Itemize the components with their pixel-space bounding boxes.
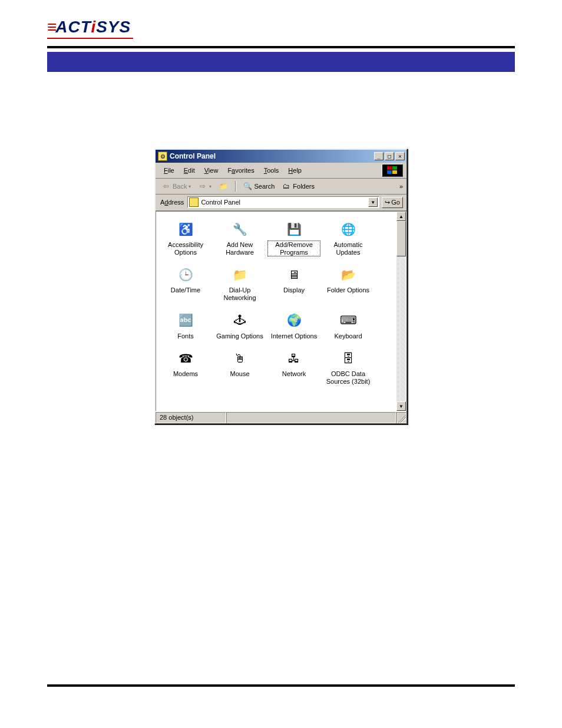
go-arrow-icon: ↪ xyxy=(385,199,390,206)
address-dropdown-icon[interactable]: ▼ xyxy=(368,197,378,207)
item-label: Internet Options xyxy=(268,332,320,340)
item-icon: 🔧 xyxy=(230,220,249,239)
item-icon: 🔤 xyxy=(176,311,195,330)
address-icon xyxy=(189,197,199,207)
item-icon: 📂 xyxy=(339,265,358,284)
item-icon: 🗄 xyxy=(339,349,358,368)
menu-edit[interactable]: Edit xyxy=(179,166,200,175)
forward-button[interactable]: ⇨ ▾ xyxy=(196,180,214,192)
status-object-count: 28 object(s) xyxy=(156,412,226,423)
item-icon: ♿ xyxy=(176,220,195,239)
scroll-track[interactable] xyxy=(396,221,406,401)
actisys-logo: ≡ACTiSYS xyxy=(47,18,133,39)
icon-view: ♿Accessibility Options🔧Add New Hardware💾… xyxy=(156,211,406,411)
item-icon: 📁 xyxy=(230,265,249,284)
menubar: File Edit View Favorites Tools Help xyxy=(156,163,406,179)
item-icon: 🕹 xyxy=(230,311,249,330)
folders-label: Folders xyxy=(293,183,315,190)
logo-stripes-icon: ≡ xyxy=(47,18,54,36)
scroll-thumb[interactable] xyxy=(396,221,406,256)
control-panel-item[interactable]: 🌐Automatic Updates xyxy=(321,216,375,262)
menu-file[interactable]: File xyxy=(159,166,179,175)
folder-up-icon: 📁 xyxy=(219,182,228,191)
search-button[interactable]: 🔍 Search xyxy=(240,180,277,192)
control-panel-item[interactable]: ⌨Keyboard xyxy=(321,308,375,346)
maximize-button[interactable]: □ xyxy=(385,152,394,160)
menu-help[interactable]: Help xyxy=(283,166,306,175)
menu-view[interactable]: View xyxy=(200,166,223,175)
control-panel-item[interactable]: ☎Modems xyxy=(158,345,213,391)
item-label: ODBC Data Sources (32bit) xyxy=(322,370,374,385)
resize-grip-icon[interactable] xyxy=(396,412,406,423)
scroll-up-button[interactable]: ▲ xyxy=(396,212,406,221)
titlebar[interactable]: ⚙ Control Panel _ □ ✕ xyxy=(156,150,406,163)
control-panel-item[interactable]: 🗄ODBC Data Sources (32bit) xyxy=(321,345,375,391)
svg-rect-1 xyxy=(392,166,397,170)
address-value: Control Panel xyxy=(201,199,368,206)
control-panel-item[interactable]: 🕹Gaming Options xyxy=(213,308,267,346)
toolbar-separator xyxy=(235,181,236,192)
windows-flag-icon[interactable] xyxy=(382,164,403,177)
section-header-bar xyxy=(47,52,515,72)
item-label: Dial-Up Networking xyxy=(214,286,266,301)
svg-rect-2 xyxy=(387,170,392,174)
address-combo[interactable]: Control Panel ▼ xyxy=(187,196,379,208)
search-label: Search xyxy=(254,183,275,190)
control-panel-item[interactable]: 🔧Add New Hardware xyxy=(213,216,267,262)
back-button[interactable]: ⇦ Back ▾ xyxy=(159,180,193,192)
control-panel-item[interactable]: 🖱Mouse xyxy=(213,345,267,391)
control-panel-item[interactable]: 🔤Fonts xyxy=(158,308,213,346)
menu-tools[interactable]: Tools xyxy=(259,166,284,175)
toolbar-overflow[interactable]: » xyxy=(399,183,403,190)
control-panel-item[interactable]: 🕒Date/Time xyxy=(158,262,213,307)
item-label: Modems xyxy=(160,370,211,378)
control-panel-item[interactable]: 🌍Internet Options xyxy=(267,308,321,346)
control-panel-item[interactable]: 🖧Network xyxy=(267,345,321,391)
item-icon: ⌨ xyxy=(339,311,358,330)
item-label: Date/Time xyxy=(160,286,211,294)
item-icon: 🖥 xyxy=(285,265,303,284)
folders-button[interactable]: 🗂 Folders xyxy=(279,180,317,192)
item-label: Add New Hardware xyxy=(214,241,266,256)
control-panel-item[interactable]: ♿Accessibility Options xyxy=(158,216,213,262)
item-label: Automatic Updates xyxy=(322,241,374,256)
status-spacer xyxy=(226,412,396,423)
control-panel-icon: ⚙ xyxy=(158,151,167,161)
item-label: Display xyxy=(268,286,320,294)
item-icon: 🌍 xyxy=(285,311,303,330)
minimize-button[interactable]: _ xyxy=(374,152,384,160)
item-label: Accessibility Options xyxy=(160,241,211,256)
svg-rect-0 xyxy=(387,166,392,170)
control-panel-item[interactable]: 🖥Display xyxy=(267,262,321,307)
vertical-scrollbar[interactable]: ▲ ▼ xyxy=(396,212,406,411)
close-button[interactable]: ✕ xyxy=(395,152,405,160)
up-button[interactable]: 📁 xyxy=(216,180,230,192)
item-label: Fonts xyxy=(160,332,211,340)
item-label: Folder Options xyxy=(322,286,374,294)
forward-arrow-icon: ⇨ xyxy=(198,182,207,191)
item-icon: ☎ xyxy=(176,349,195,368)
back-arrow-icon: ⇦ xyxy=(161,182,171,191)
item-icon: 🖱 xyxy=(230,349,249,368)
search-icon: 🔍 xyxy=(243,182,252,191)
svg-rect-3 xyxy=(392,170,397,174)
control-panel-item[interactable]: 💾Add/Remove Programs xyxy=(267,216,321,262)
folders-icon: 🗂 xyxy=(282,182,291,191)
address-label: Address xyxy=(159,199,185,206)
item-label: Mouse xyxy=(214,370,266,378)
scroll-down-button[interactable]: ▼ xyxy=(396,401,406,411)
item-icon: 🕒 xyxy=(176,265,195,284)
go-label: Go xyxy=(391,199,400,206)
control-panel-item[interactable]: 📂Folder Options xyxy=(321,262,375,307)
control-panel-window: ⚙ Control Panel _ □ ✕ File Edit View Fav… xyxy=(154,149,408,424)
item-icon: 🖧 xyxy=(285,349,303,368)
back-label: Back xyxy=(173,183,187,190)
item-label: Add/Remove Programs xyxy=(268,241,320,256)
go-button[interactable]: ↪ Go xyxy=(382,197,403,208)
control-panel-item[interactable]: 📁Dial-Up Networking xyxy=(213,262,267,307)
item-label: Network xyxy=(268,370,320,378)
menu-favorites[interactable]: Favorites xyxy=(223,166,259,175)
item-label: Keyboard xyxy=(322,332,374,340)
forward-dropdown-icon: ▾ xyxy=(209,184,211,189)
item-label: Gaming Options xyxy=(214,332,266,340)
